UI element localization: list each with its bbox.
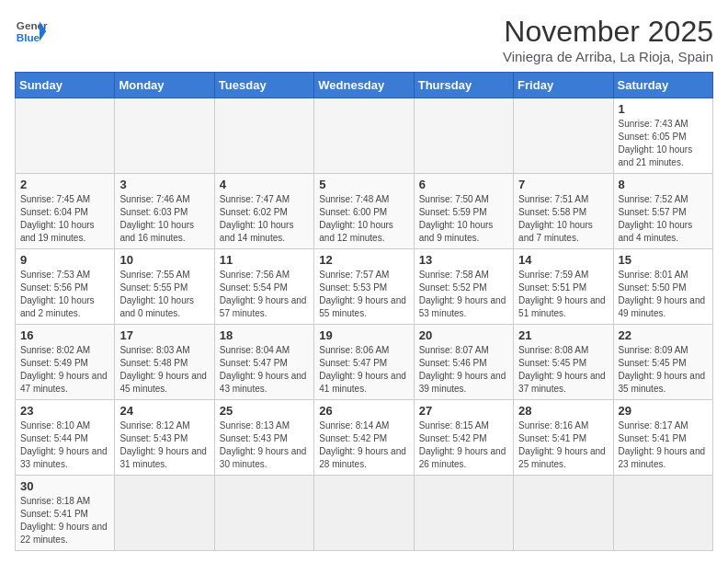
page-header: General Blue November 2025 Viniegra de A… — [15, 15, 713, 64]
day-number: 4 — [220, 178, 309, 191]
calendar-day-cell — [214, 98, 313, 174]
calendar-day-cell: 17Sunrise: 8:03 AM Sunset: 5:48 PM Dayli… — [115, 325, 214, 400]
calendar-day-cell — [613, 476, 712, 551]
calendar-day-cell — [115, 476, 214, 551]
day-info: Sunrise: 8:06 AM Sunset: 5:47 PM Dayligh… — [319, 344, 408, 396]
weekday-header-tuesday: Tuesday — [214, 73, 313, 98]
day-info: Sunrise: 7:47 AM Sunset: 6:02 PM Dayligh… — [220, 193, 309, 245]
calendar-week-row: 16Sunrise: 8:02 AM Sunset: 5:49 PM Dayli… — [16, 325, 713, 400]
day-number: 29 — [619, 404, 708, 418]
day-info: Sunrise: 7:50 AM Sunset: 5:59 PM Dayligh… — [419, 193, 508, 245]
weekday-header-sunday: Sunday — [16, 73, 115, 98]
day-number: 6 — [419, 178, 508, 191]
calendar-day-cell — [314, 98, 414, 174]
calendar-day-cell: 9Sunrise: 7:53 AM Sunset: 5:56 PM Daylig… — [16, 249, 115, 325]
weekday-header-saturday: Saturday — [613, 73, 712, 98]
calendar-day-cell: 23Sunrise: 8:10 AM Sunset: 5:44 PM Dayli… — [16, 400, 115, 476]
day-number: 26 — [319, 404, 408, 418]
day-info: Sunrise: 8:03 AM Sunset: 5:48 PM Dayligh… — [119, 344, 209, 396]
calendar-day-cell: 16Sunrise: 8:02 AM Sunset: 5:49 PM Dayli… — [16, 325, 115, 400]
calendar-week-row: 30Sunrise: 8:18 AM Sunset: 5:41 PM Dayli… — [16, 476, 713, 551]
day-number: 19 — [319, 328, 408, 342]
calendar-day-cell: 11Sunrise: 7:56 AM Sunset: 5:54 PM Dayli… — [214, 249, 313, 325]
svg-text:Blue: Blue — [17, 31, 40, 43]
day-number: 8 — [619, 178, 708, 191]
calendar-day-cell: 1Sunrise: 7:43 AM Sunset: 6:05 PM Daylig… — [613, 98, 712, 174]
calendar-table: SundayMondayTuesdayWednesdayThursdayFrid… — [15, 72, 713, 551]
day-number: 11 — [220, 253, 309, 267]
day-info: Sunrise: 8:10 AM Sunset: 5:44 PM Dayligh… — [20, 419, 109, 471]
calendar-week-row: 1Sunrise: 7:43 AM Sunset: 6:05 PM Daylig… — [16, 98, 713, 174]
calendar-day-cell: 3Sunrise: 7:46 AM Sunset: 6:03 PM Daylig… — [115, 174, 214, 249]
day-number: 3 — [119, 178, 209, 191]
calendar-day-cell: 4Sunrise: 7:47 AM Sunset: 6:02 PM Daylig… — [214, 174, 313, 249]
calendar-day-cell — [16, 98, 115, 174]
day-info: Sunrise: 8:15 AM Sunset: 5:42 PM Dayligh… — [419, 419, 508, 471]
weekday-header-monday: Monday — [115, 73, 214, 98]
day-number: 28 — [518, 404, 608, 418]
day-number: 1 — [619, 102, 708, 116]
day-number: 20 — [419, 328, 508, 342]
day-info: Sunrise: 7:53 AM Sunset: 5:56 PM Dayligh… — [20, 269, 109, 320]
calendar-week-row: 2Sunrise: 7:45 AM Sunset: 6:04 PM Daylig… — [16, 174, 713, 249]
calendar-week-row: 23Sunrise: 8:10 AM Sunset: 5:44 PM Dayli… — [16, 400, 713, 476]
weekday-header-wednesday: Wednesday — [314, 73, 414, 98]
calendar-day-cell: 6Sunrise: 7:50 AM Sunset: 5:59 PM Daylig… — [414, 174, 513, 249]
day-info: Sunrise: 8:08 AM Sunset: 5:45 PM Dayligh… — [518, 344, 608, 396]
day-info: Sunrise: 8:18 AM Sunset: 5:41 PM Dayligh… — [20, 495, 109, 546]
calendar-day-cell: 29Sunrise: 8:17 AM Sunset: 5:41 PM Dayli… — [613, 400, 712, 476]
day-number: 14 — [518, 253, 608, 267]
day-number: 7 — [518, 178, 608, 191]
day-info: Sunrise: 8:04 AM Sunset: 5:47 PM Dayligh… — [220, 344, 309, 396]
calendar-day-cell — [414, 98, 513, 174]
calendar-day-cell: 27Sunrise: 8:15 AM Sunset: 5:42 PM Dayli… — [414, 400, 513, 476]
day-info: Sunrise: 7:43 AM Sunset: 6:05 PM Dayligh… — [619, 118, 708, 169]
calendar-week-row: 9Sunrise: 7:53 AM Sunset: 5:56 PM Daylig… — [16, 249, 713, 325]
day-info: Sunrise: 8:02 AM Sunset: 5:49 PM Dayligh… — [20, 344, 109, 396]
calendar-day-cell: 24Sunrise: 8:12 AM Sunset: 5:43 PM Dayli… — [115, 400, 214, 476]
day-info: Sunrise: 7:46 AM Sunset: 6:03 PM Dayligh… — [119, 193, 209, 245]
calendar-day-cell — [115, 98, 214, 174]
calendar-day-cell — [314, 476, 414, 551]
day-number: 17 — [119, 328, 209, 342]
day-info: Sunrise: 7:57 AM Sunset: 5:53 PM Dayligh… — [319, 269, 408, 320]
day-number: 9 — [20, 253, 109, 267]
calendar-day-cell: 8Sunrise: 7:52 AM Sunset: 5:57 PM Daylig… — [613, 174, 712, 249]
calendar-day-cell: 12Sunrise: 7:57 AM Sunset: 5:53 PM Dayli… — [314, 249, 414, 325]
day-info: Sunrise: 8:12 AM Sunset: 5:43 PM Dayligh… — [119, 419, 209, 471]
calendar-day-cell: 10Sunrise: 7:55 AM Sunset: 5:55 PM Dayli… — [115, 249, 214, 325]
calendar-day-cell: 25Sunrise: 8:13 AM Sunset: 5:43 PM Dayli… — [214, 400, 313, 476]
calendar-day-cell: 13Sunrise: 7:58 AM Sunset: 5:52 PM Dayli… — [414, 249, 513, 325]
day-info: Sunrise: 8:16 AM Sunset: 5:41 PM Dayligh… — [518, 419, 608, 471]
calendar-day-cell: 7Sunrise: 7:51 AM Sunset: 5:58 PM Daylig… — [514, 174, 613, 249]
calendar-day-cell: 22Sunrise: 8:09 AM Sunset: 5:45 PM Dayli… — [613, 325, 712, 400]
calendar-day-cell: 28Sunrise: 8:16 AM Sunset: 5:41 PM Dayli… — [514, 400, 613, 476]
calendar-day-cell — [514, 98, 613, 174]
day-info: Sunrise: 8:07 AM Sunset: 5:46 PM Dayligh… — [419, 344, 508, 396]
weekday-header-row: SundayMondayTuesdayWednesdayThursdayFrid… — [16, 73, 713, 98]
location-subtitle: Viniegra de Arriba, La Rioja, Spain — [503, 49, 713, 64]
day-info: Sunrise: 8:17 AM Sunset: 5:41 PM Dayligh… — [619, 419, 708, 471]
day-number: 23 — [20, 404, 109, 418]
day-info: Sunrise: 7:45 AM Sunset: 6:04 PM Dayligh… — [20, 193, 109, 245]
day-number: 21 — [518, 328, 608, 342]
day-number: 27 — [419, 404, 508, 418]
calendar-day-cell: 30Sunrise: 8:18 AM Sunset: 5:41 PM Dayli… — [16, 476, 115, 551]
day-number: 30 — [20, 479, 109, 493]
day-number: 5 — [319, 178, 408, 191]
weekday-header-friday: Friday — [514, 73, 613, 98]
calendar-day-cell: 14Sunrise: 7:59 AM Sunset: 5:51 PM Dayli… — [514, 249, 613, 325]
day-number: 25 — [220, 404, 309, 418]
day-number: 12 — [319, 253, 408, 267]
calendar-day-cell — [214, 476, 313, 551]
day-info: Sunrise: 8:09 AM Sunset: 5:45 PM Dayligh… — [619, 344, 708, 396]
day-info: Sunrise: 8:14 AM Sunset: 5:42 PM Dayligh… — [319, 419, 408, 471]
day-number: 16 — [20, 328, 109, 342]
calendar-day-cell: 5Sunrise: 7:48 AM Sunset: 6:00 PM Daylig… — [314, 174, 414, 249]
weekday-header-thursday: Thursday — [414, 73, 513, 98]
calendar-day-cell — [514, 476, 613, 551]
calendar-day-cell: 2Sunrise: 7:45 AM Sunset: 6:04 PM Daylig… — [16, 174, 115, 249]
title-block: November 2025 Viniegra de Arriba, La Rio… — [503, 15, 713, 64]
calendar-day-cell: 20Sunrise: 8:07 AM Sunset: 5:46 PM Dayli… — [414, 325, 513, 400]
day-info: Sunrise: 7:59 AM Sunset: 5:51 PM Dayligh… — [518, 269, 608, 320]
